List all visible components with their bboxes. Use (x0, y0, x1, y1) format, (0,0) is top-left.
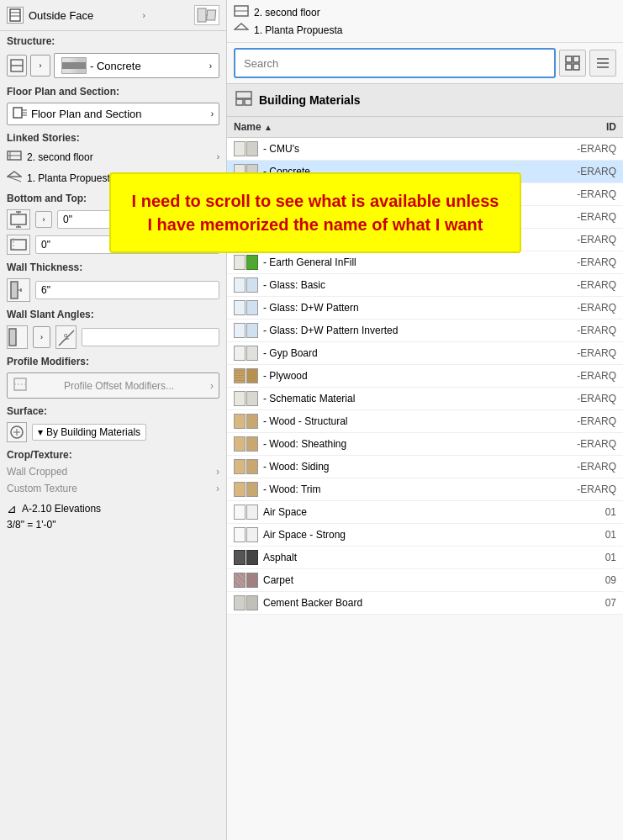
slant-angle-input[interactable]: 90.0000° (82, 328, 219, 346)
material-id: 01 (557, 506, 616, 518)
custom-texture-chevron: › (216, 483, 219, 494)
grid-view-button[interactable] (559, 50, 586, 77)
svg-line-15 (8, 177, 21, 182)
floor-plan-dropdown[interactable]: Floor Plan and Section › (7, 103, 219, 125)
material-name: - Wood: Siding (263, 461, 557, 473)
table-row[interactable]: - Wood: Sheathing -ERARQ (227, 433, 623, 456)
floor-plan-icon (13, 107, 28, 121)
right-linked-stories: 2. second floor 1. Planta Propuesta (227, 0, 623, 43)
structure-expand-btn[interactable]: › (30, 55, 50, 77)
profile-modifiers-label: Profile Modifiers: (0, 351, 226, 370)
profile-chevron: › (210, 380, 214, 392)
material-name: Carpet (263, 574, 557, 586)
material-swatch (234, 346, 258, 361)
linked-stories-label: Linked Stories: (0, 128, 226, 146)
material-id: 01 (557, 529, 616, 541)
material-id: -ERARQ (557, 211, 616, 223)
table-row[interactable]: - Glass: D+W Pattern Inverted -ERARQ (227, 320, 623, 342)
material-swatch (234, 323, 258, 338)
table-row[interactable]: - Schematic Material -ERARQ (227, 388, 623, 410)
material-swatch (234, 595, 258, 610)
material-name: - Wood: Trim (263, 483, 557, 495)
floor-plan-chevron: › (211, 109, 214, 119)
material-id: 07 (557, 597, 616, 609)
search-bar-row (227, 43, 623, 84)
table-row[interactable]: Cement Backer Board 07 (227, 592, 623, 615)
material-swatch (234, 550, 258, 565)
table-row[interactable]: - Earth General InFill -ERARQ (227, 251, 623, 274)
table-row[interactable]: - Glass: D+W Pattern -ERARQ (227, 297, 623, 320)
scale-label: 3/8" = 1'-0" (7, 519, 56, 531)
material-name: - Plywood (263, 370, 557, 382)
material-id: 09 (557, 574, 616, 586)
tooltip-text: I need to scroll to see what is availabl… (128, 189, 503, 236)
elevations-row: ⊿ A-2.10 Elevations (7, 500, 219, 517)
material-id: -ERARQ (557, 188, 616, 200)
top-offset-expand[interactable]: › (35, 211, 52, 228)
material-id: -ERARQ (557, 325, 616, 336)
story-2-row[interactable]: 2. second floor › (0, 146, 226, 167)
structure-icon-btn[interactable] (7, 55, 27, 77)
material-id: -ERARQ (557, 415, 616, 427)
material-name: - Schematic Material (263, 393, 557, 404)
table-row[interactable]: - Wood: Trim -ERARQ (227, 478, 623, 501)
right-story-2[interactable]: 2. second floor (234, 3, 616, 21)
wall-slant-label: Wall Slant Angles: (0, 304, 226, 323)
surface-label: Surface: (0, 401, 226, 420)
material-swatch (234, 255, 258, 270)
material-name: - CMU's (263, 143, 557, 155)
material-swatch (234, 414, 258, 429)
table-row[interactable]: - Wood: Siding -ERARQ (227, 456, 623, 478)
profile-btn-label: Profile Offset Modifiers... (64, 380, 174, 392)
building-materials-header: Building Materials (227, 84, 623, 117)
wall-cropped-row[interactable]: Wall Cropped › (0, 463, 226, 480)
wall-thickness-label: Wall Thickness: (0, 257, 226, 276)
wall-thickness-input[interactable] (35, 281, 219, 299)
table-row[interactable]: - Plywood -ERARQ (227, 365, 623, 388)
svg-rect-23 (11, 282, 18, 298)
svg-rect-36 (566, 56, 572, 62)
table-row[interactable]: Asphalt 01 (227, 547, 623, 569)
outside-face-label: Outside Face (7, 7, 93, 24)
thickness-row (0, 276, 226, 304)
svg-rect-43 (236, 92, 251, 98)
right-story-1-label: 1. Planta Propuesta (254, 24, 342, 36)
material-swatch (234, 368, 258, 383)
custom-texture-row[interactable]: Custom Texture › (0, 480, 226, 497)
svg-rect-29 (14, 378, 26, 390)
story-1-icon (7, 170, 22, 186)
table-row[interactable]: Air Space - Strong 01 (227, 524, 623, 547)
svg-rect-39 (573, 64, 579, 70)
name-column-header[interactable]: Name ▲ (234, 121, 557, 133)
building-materials-title: Building Materials (259, 93, 361, 107)
svg-rect-3 (198, 8, 206, 22)
outside-face-chevron[interactable]: › (142, 11, 145, 20)
table-row[interactable]: Carpet 09 (227, 569, 623, 592)
list-view-button[interactable] (589, 50, 616, 77)
material-swatch (234, 277, 258, 293)
profile-offset-button[interactable]: Profile Offset Modifiers... › (7, 372, 219, 399)
material-swatch (234, 505, 258, 520)
structure-label: Structure: (0, 31, 226, 50)
material-id: -ERARQ (557, 256, 616, 268)
material-name: - Glass: D+W Pattern (263, 302, 557, 314)
concrete-label: - Concrete (90, 60, 141, 72)
slant-mode-btn[interactable]: › (33, 326, 50, 348)
table-row[interactable]: - Wood - Structural -ERARQ (227, 410, 623, 433)
surface-dropdown[interactable]: ▾ By Building Materials (32, 424, 146, 441)
table-row[interactable]: - CMU's -ERARQ (227, 138, 623, 161)
right-story-2-label: 2. second floor (254, 7, 320, 18)
transform-icon[interactable] (194, 5, 219, 25)
right-story-1[interactable]: 1. Planta Propuesta (234, 21, 616, 39)
svg-rect-44 (236, 99, 243, 105)
concrete-button[interactable]: - Concrete › (54, 53, 219, 78)
id-column-header[interactable]: ID (557, 121, 616, 133)
slant-icon[interactable] (7, 325, 28, 349)
table-row[interactable]: - Gyp Board -ERARQ (227, 342, 623, 365)
tooltip-overlay: I need to scroll to see what is availabl… (109, 172, 521, 253)
search-input[interactable] (234, 48, 556, 78)
table-row[interactable]: - Glass: Basic -ERARQ (227, 274, 623, 297)
bottom-info: ⊿ A-2.10 Elevations 3/8" = 1'-0" (0, 497, 226, 536)
material-id: -ERARQ (557, 143, 616, 155)
table-row[interactable]: Air Space 01 (227, 501, 623, 524)
